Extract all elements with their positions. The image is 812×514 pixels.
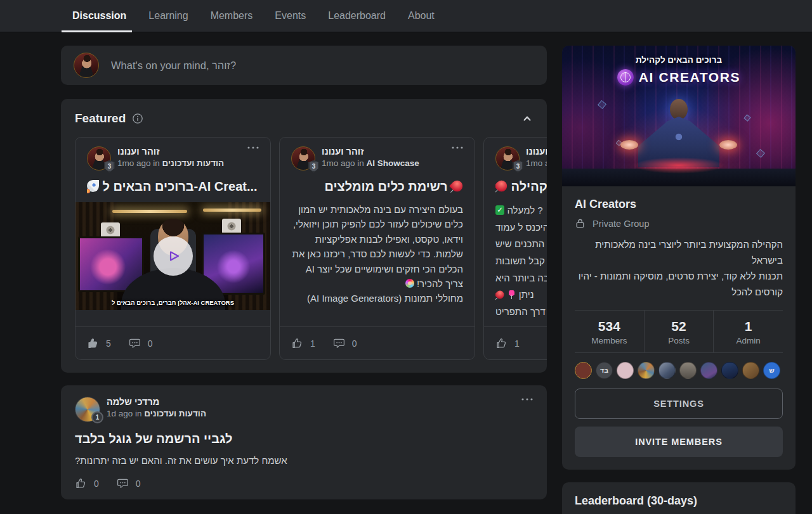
group-info-card: ברוכים הבאים לקהילת AI CREATORS AI Creat…: [562, 46, 796, 470]
decor-hand: [719, 140, 737, 150]
settings-button[interactable]: SETTINGS: [575, 389, 783, 419]
admin-label: Admin: [714, 336, 783, 345]
member-avatar[interactable]: [742, 362, 759, 379]
featured-section: Featured 3: [61, 99, 547, 373]
top-nav: Discussion Learning Members Events Leade…: [0, 0, 812, 32]
brain-logo-icon: [617, 69, 634, 86]
author-name[interactable]: זוהר וענונו: [322, 146, 445, 157]
member-avatar[interactable]: [638, 362, 655, 379]
post-composer[interactable]: What's on your mind, זוהר?: [61, 46, 547, 85]
group-description: הקהילה המקצועית ביותר ליוצרי בינה מלאכות…: [575, 237, 783, 300]
tab-members[interactable]: Members: [211, 0, 253, 32]
featured-card-community[interactable]: 3 זוהר וענונו 1mo ago in קהילה ? למעלה ה…: [483, 137, 547, 360]
group-banner-image[interactable]: ברוכים הבאים לקהילת AI CREATORS: [562, 46, 796, 186]
decor-hand: [620, 140, 638, 150]
comment-count: 0: [136, 479, 141, 489]
more-options-icon[interactable]: [452, 146, 463, 149]
like-button[interactable]: 1: [291, 337, 315, 349]
pin2-emoji: [507, 290, 516, 299]
member-avatar[interactable]: [575, 362, 592, 379]
check-emoji: [495, 205, 504, 214]
stat-members[interactable]: 534 Members: [575, 311, 644, 352]
member-avatar[interactable]: [679, 362, 697, 379]
video-thumbnail[interactable]: אהלן חברים, ברוכים הבאים ל-AI CREATORS: [75, 202, 270, 310]
banner-logo-text: AI CREATORS: [639, 70, 740, 85]
decor-light: [112, 210, 187, 213]
like-count: 1: [514, 338, 520, 349]
rocket-emoji: [87, 180, 99, 192]
tab-about[interactable]: About: [408, 0, 435, 32]
post-body[interactable]: ? למעלה היכנס ל עמוד התכנים שיש קבל תשוב…: [495, 202, 547, 321]
like-count: 1: [310, 338, 315, 349]
tab-leaderboard[interactable]: Leaderboard: [328, 0, 386, 32]
pin-emoji: [495, 289, 506, 301]
admin-count: 1: [714, 319, 783, 334]
member-avatar[interactable]: [700, 362, 717, 379]
comment-count: 0: [148, 338, 153, 349]
member-avatar[interactable]: [658, 362, 676, 379]
member-avatar[interactable]: בד: [596, 362, 613, 379]
comment-button[interactable]: 0: [129, 337, 153, 349]
author-name[interactable]: מרדכי שלמה: [107, 397, 533, 407]
like-button[interactable]: 0: [75, 477, 99, 489]
member-avatar[interactable]: [617, 362, 634, 379]
post-title[interactable]: רשימת כלים מומלצים: [291, 179, 463, 194]
like-count: 0: [94, 479, 99, 489]
pin-emoji: [495, 179, 509, 194]
featured-card-tools[interactable]: 3 זוהר וענונו 1mo ago in AI Showcase רשי…: [279, 137, 475, 360]
post-card[interactable]: 1 מרדכי שלמה 1d ago in הודעות ועדכונים ל…: [61, 385, 547, 499]
pin-emoji: [449, 179, 463, 194]
comment-button[interactable]: 0: [333, 337, 357, 349]
current-user-avatar[interactable]: [74, 53, 99, 78]
lock-icon: [575, 218, 586, 229]
author-name[interactable]: זוהר וענונו: [117, 146, 241, 157]
stat-posts[interactable]: 52 Posts: [644, 311, 714, 352]
group-stats: 534 Members 52 Posts 1 Admin: [575, 310, 783, 352]
author-avatar[interactable]: 3: [87, 146, 111, 170]
page-layout: What's on your mind, זוהר? Featured: [0, 32, 812, 514]
member-avatars: בדש: [575, 352, 783, 389]
category-link[interactable]: AI Showcase: [367, 158, 419, 168]
group-privacy: Private Group: [593, 219, 649, 229]
members-count: 534: [575, 319, 644, 334]
author-avatar[interactable]: 1: [75, 397, 100, 422]
featured-cards-row: 3 זוהר וענונו 1mo ago in הודעות ועדכונים…: [75, 137, 547, 360]
like-button[interactable]: 5: [87, 337, 111, 349]
video-caption: אהלן חברים, ברוכים הבאים ל-AI CREATORS: [75, 299, 270, 306]
composer-prompt: What's on your mind, זוהר?: [111, 60, 236, 72]
collapse-chevron-icon[interactable]: [521, 113, 533, 124]
comment-count: 0: [352, 338, 357, 349]
banner-welcome-text: ברוכים הבאים לקהילת: [562, 55, 796, 65]
leaderboard-section: Leaderboard (30-days): [562, 482, 796, 514]
play-button-icon[interactable]: [154, 236, 193, 276]
tab-learning[interactable]: Learning: [148, 0, 188, 32]
comment-button[interactable]: 0: [117, 477, 141, 489]
post-time: 1mo ago in: [117, 158, 160, 168]
like-button[interactable]: 1: [495, 337, 520, 349]
post-title[interactable]: ברוכים הבאים ל-AI Creat...: [87, 179, 259, 194]
decor-speaker: [101, 222, 120, 238]
author-avatar[interactable]: 3: [291, 146, 315, 170]
like-count: 5: [106, 338, 111, 349]
post-body[interactable]: בעולם היצירה עם בינה מלאכותית יש המון כל…: [291, 202, 463, 306]
decor-keyboard-glow: [633, 157, 724, 174]
featured-card-welcome[interactable]: 3 זוהר וענונו 1mo ago in הודעות ועדכונים…: [75, 137, 271, 360]
post-title[interactable]: לגביי הרשמה של גוגל בלבד: [75, 432, 233, 446]
level-badge: 3: [513, 160, 523, 172]
stat-admin[interactable]: 1 Admin: [713, 311, 783, 352]
category-link[interactable]: הודעות ועדכונים: [162, 158, 225, 168]
post-title[interactable]: קהילה: [495, 179, 547, 194]
more-options-icon[interactable]: [247, 146, 259, 149]
member-avatar[interactable]: [721, 362, 738, 379]
author-name[interactable]: זוהר וענונו: [526, 146, 547, 157]
invite-members-button[interactable]: INVITE MEMBERS: [575, 427, 783, 457]
author-avatar[interactable]: 3: [495, 146, 520, 170]
info-icon[interactable]: [132, 113, 143, 124]
category-link[interactable]: הודעות ועדכונים: [144, 409, 206, 418]
member-avatar[interactable]: ש: [763, 362, 780, 379]
more-options-icon[interactable]: [521, 398, 533, 401]
level-badge: 3: [104, 160, 115, 172]
tab-discussion[interactable]: Discussion: [72, 0, 126, 32]
tab-events[interactable]: Events: [275, 0, 306, 32]
post-body[interactable]: אשמח לדעת איך עושים את זה. והאם יש בזה י…: [75, 455, 287, 466]
